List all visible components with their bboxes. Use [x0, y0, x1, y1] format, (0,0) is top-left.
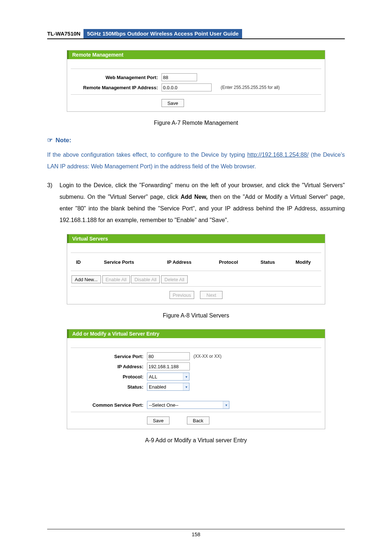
step-number: 3)	[47, 180, 60, 226]
common-service-port-label: Common Service Port:	[71, 402, 147, 408]
back-button[interactable]: Back	[187, 416, 209, 424]
divider	[71, 286, 321, 287]
divider	[71, 253, 321, 253]
remote-mgmt-ip-label: Remote Management IP Address:	[71, 85, 162, 90]
virtual-servers-table: ID Service Ports IP Address Protocol Sta…	[71, 257, 321, 267]
step-3: 3) Login to the Device, click the "Forwa…	[47, 180, 345, 226]
divider	[71, 94, 321, 95]
col-id: ID	[71, 257, 86, 267]
remote-mgmt-ip-hint: (Enter 255.255.255.255 for all)	[221, 85, 280, 90]
note-text-a: If the above configuration takes effect,…	[47, 152, 247, 158]
status-label: Status:	[71, 384, 147, 390]
model-name: TL-WA7510N	[47, 29, 83, 38]
table-header-row: ID Service Ports IP Address Protocol Sta…	[71, 257, 321, 267]
web-mgmt-port-label: Web Management Port:	[71, 75, 162, 80]
figure-a9-caption: A-9 Add or Modify a Virtual server Entry	[47, 437, 345, 444]
disable-all-button[interactable]: Disable All	[131, 275, 160, 283]
col-protocol: Protocol	[207, 257, 250, 267]
remote-management-panel: Remote Management Web Management Port: R…	[67, 50, 325, 112]
divider	[71, 69, 321, 69]
enable-all-button[interactable]: Enable All	[102, 275, 130, 283]
common-service-port-select[interactable]: --Select One-- ▾	[147, 401, 229, 409]
col-service-ports: Service Ports	[86, 257, 152, 267]
doc-header: TL-WA7510N 5GHz 150Mbps Outdoor Wireless…	[47, 29, 345, 38]
add-modify-title: Add or Modify a Virtual Server Entry	[67, 329, 325, 338]
ip-address-input[interactable]	[147, 362, 190, 370]
add-modify-virtual-server-panel: Add or Modify a Virtual Server Entry Ser…	[67, 329, 325, 429]
service-port-label: Service Port:	[71, 354, 147, 359]
page-footer: 158	[0, 529, 392, 537]
chevron-down-icon: ▾	[183, 373, 189, 380]
ip-address-label: IP Address:	[71, 364, 147, 369]
header-underline	[47, 38, 345, 39]
col-status: Status	[250, 257, 285, 267]
status-value: Enabled	[147, 384, 183, 390]
note-label: Note:	[56, 137, 71, 144]
divider	[71, 412, 321, 412]
service-port-input[interactable]	[147, 352, 190, 360]
figure-a7-caption: Figure A-7 Remote Management	[47, 120, 345, 126]
common-service-port-value: --Select One--	[147, 402, 223, 408]
protocol-value: ALL	[147, 374, 183, 379]
web-mgmt-port-input[interactable]	[162, 73, 197, 81]
note-heading: ☞Note:	[47, 136, 345, 144]
status-select[interactable]: Enabled ▾	[147, 383, 189, 391]
page-number: 158	[0, 532, 392, 537]
virtual-servers-panel: Virtual Servers ID Service Ports IP Addr…	[67, 234, 325, 304]
protocol-select[interactable]: ALL ▾	[147, 373, 189, 381]
col-ip-address: IP Address	[152, 257, 207, 267]
pointing-hand-icon: ☞	[47, 137, 53, 144]
figure-a8-caption: Figure A-8 Virtual Servers	[47, 312, 345, 319]
doc-title: 5GHz 150Mbps Outdoor Wireless Access Poi…	[83, 29, 242, 38]
chevron-down-icon: ▾	[183, 383, 189, 390]
delete-all-button[interactable]: Delete All	[161, 275, 188, 283]
remote-mgmt-ip-input[interactable]	[162, 83, 212, 91]
next-button[interactable]: Next	[200, 291, 222, 299]
remote-management-title: Remote Management	[67, 50, 325, 59]
note-body: If the above configuration takes effect,…	[47, 149, 345, 172]
note-url-link[interactable]: http://192.168.1.254:88/	[247, 152, 309, 158]
protocol-label: Protocol:	[71, 374, 147, 379]
save-button[interactable]: Save	[147, 416, 170, 424]
divider	[71, 348, 321, 348]
col-modify: Modify	[285, 257, 321, 267]
chevron-down-icon: ▾	[223, 401, 229, 409]
service-port-hint: (XX-XX or XX)	[193, 354, 221, 359]
virtual-servers-title: Virtual Servers	[67, 234, 325, 243]
save-button[interactable]: Save	[162, 99, 184, 107]
step3-bold: Add New,	[181, 194, 208, 200]
add-new-button[interactable]: Add New...	[72, 275, 101, 283]
previous-button[interactable]: Previous	[170, 291, 195, 299]
divider	[71, 271, 321, 271]
